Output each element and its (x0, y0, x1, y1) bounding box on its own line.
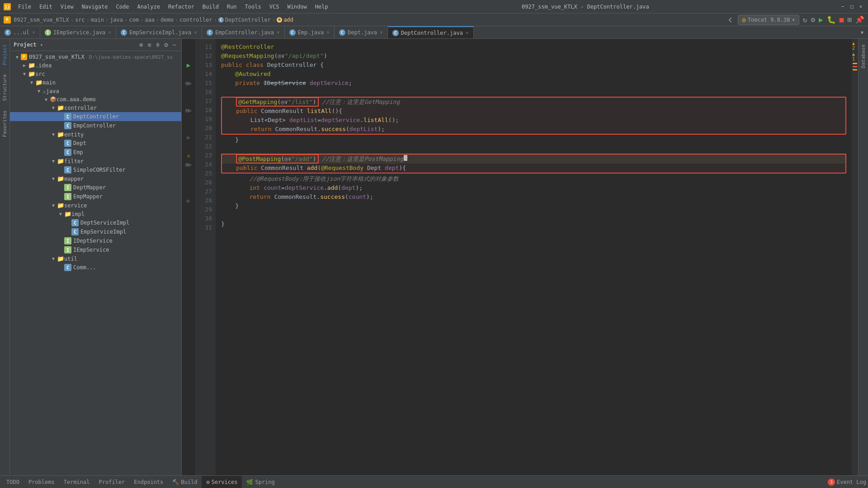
tab-iempservice[interactable]: I IEmpService.java × (40, 26, 116, 39)
tree-ideptservice[interactable]: I IDeptService (10, 236, 181, 245)
tool-tab-todo[interactable]: TODO (2, 476, 24, 488)
tree-idea[interactable]: ▶ 📁 .idea (10, 61, 181, 70)
menu-run[interactable]: Run (223, 3, 241, 11)
expand-icon-18[interactable]: ▷ (189, 108, 192, 113)
sidebar-settings-btn[interactable]: ⚙ (163, 41, 169, 49)
expand-icon-15[interactable]: ▷ (189, 80, 192, 86)
sidebar-collapse-btn[interactable]: ≑ (155, 41, 161, 49)
code-area[interactable]: @RestController @RequestMapping(◎∨"/api/… (216, 39, 852, 475)
tree-controller-folder[interactable]: ▼ 📁 controller (10, 103, 181, 112)
expand-icon-24[interactable]: ▷ (189, 162, 192, 168)
stop-icon[interactable]: ■ (840, 15, 844, 24)
menu-code[interactable]: Code (113, 3, 133, 11)
breadcrumb-controller[interactable]: controller (179, 17, 212, 23)
menu-refactor[interactable]: Refactor (165, 3, 198, 11)
tab-empcontroller[interactable]: C EmpController.java × (202, 26, 285, 39)
sidebar-expand-btn[interactable]: ≡ (146, 41, 152, 49)
tree-util-folder[interactable]: ▼ 📁 util (10, 254, 181, 263)
tree-commonresult[interactable]: C Comm... (10, 263, 181, 272)
run-gutter-icon[interactable]: ▶ (187, 61, 190, 69)
tab-close-deptcontroller[interactable]: × (466, 30, 469, 36)
breadcrumb-class[interactable]: C DeptController (218, 16, 271, 23)
tab-ul[interactable]: C ...ul × (0, 26, 40, 39)
tree-dept[interactable]: C Dept (10, 139, 181, 148)
tab-close-emp[interactable]: × (326, 29, 330, 35)
tree-simplecorsfilter[interactable]: C SimpleCORSFilter (10, 165, 181, 174)
minimize-button[interactable]: − (839, 3, 846, 10)
impl-gutter-icon-24[interactable]: ◎ (185, 161, 189, 168)
tree-java[interactable]: ▼ ☕ java (10, 87, 181, 95)
tree-empmapper[interactable]: I EmpMapper (10, 192, 181, 201)
sidebar-hide-btn[interactable]: − (171, 41, 178, 49)
vtab-database[interactable]: Database (859, 41, 868, 72)
menu-navigate[interactable]: Navigate (78, 3, 112, 11)
tree-mapper-folder[interactable]: ▼ 📁 mapper (10, 174, 181, 183)
close-button[interactable]: × (857, 3, 864, 10)
more-icon[interactable]: ⊞ (847, 15, 852, 24)
maximize-button[interactable]: □ (848, 3, 855, 10)
tree-impl-folder[interactable]: ▼ 📁 impl (10, 210, 181, 218)
tool-tab-endpoints[interactable]: Endpoints (129, 476, 168, 488)
tree-emp[interactable]: C Emp (10, 148, 181, 157)
tool-tab-terminal[interactable]: Terminal (59, 476, 94, 488)
tab-deptcontroller[interactable]: C DeptController.java × (388, 26, 474, 39)
sidebar-locate-btn[interactable]: ⊕ (138, 41, 144, 49)
breadcrumb-src[interactable]: src (75, 17, 85, 23)
menu-file[interactable]: File (14, 3, 35, 11)
tool-tab-problems[interactable]: Problems (24, 476, 59, 488)
tree-project-root[interactable]: ▼ P 0927_ssm_vue_KTLX D:\java-baties-spa… (10, 53, 181, 61)
breadcrumb-java[interactable]: java (110, 17, 123, 23)
run-icon[interactable]: ▶ (819, 15, 823, 24)
tab-close-empserviceimpl[interactable]: × (194, 29, 197, 35)
breadcrumb-project[interactable]: 0927_ssm_vue_KTLX (14, 17, 69, 23)
menu-analyze[interactable]: Analyze (133, 3, 164, 11)
tool-tab-spring[interactable]: 🌿 Spring (242, 476, 279, 488)
impl-gutter-icon-18[interactable]: ◎ (185, 107, 189, 113)
menu-tools[interactable]: Tools (241, 3, 265, 11)
event-log-btn[interactable]: Event Log (837, 479, 866, 485)
tab-close-ul[interactable]: × (32, 29, 35, 35)
tree-empserviceimpl[interactable]: C EmpServiceImpl (10, 227, 181, 236)
tab-dept[interactable]: C Dept.java × (335, 26, 388, 39)
impl-gutter-icon-15[interactable]: ◎ (185, 80, 189, 86)
tab-empserviceimpl[interactable]: C EmpServiceImpl.java × (116, 26, 202, 39)
tab-emp[interactable]: C Emp.java × (285, 26, 335, 39)
vtab-project[interactable]: Project (0, 41, 9, 69)
breadcrumb-com[interactable]: com (129, 17, 139, 23)
code-editor[interactable]: ▶ ◎ ▷ ◎ ▷ ▷ ⚠ ◎ ▷ (182, 39, 858, 475)
tab-close-empcontroller[interactable]: × (277, 29, 280, 35)
tree-pkg-com[interactable]: ▼ 📦 com.aaa.demo (10, 95, 181, 103)
tree-filter-folder[interactable]: ▼ 📁 filter (10, 157, 181, 165)
tree-deptmapper[interactable]: I DeptMapper (10, 183, 181, 192)
tab-close-dept[interactable]: × (380, 29, 383, 35)
menu-vcs[interactable]: VCS (266, 3, 283, 11)
back-icon[interactable] (727, 16, 734, 23)
fold-icon-28[interactable]: ▷ (187, 198, 190, 204)
menu-view[interactable]: View (57, 3, 77, 11)
tree-deptserviceimpl[interactable]: C DeptServiceImpl (10, 218, 181, 227)
tool-tab-services[interactable]: ⚙ Services (202, 476, 242, 488)
vtab-favorites[interactable]: Favorites (0, 107, 9, 141)
vtab-structure[interactable]: Structure (0, 70, 9, 105)
tab-close-iempservice[interactable]: × (108, 29, 111, 35)
breadcrumb-aaa[interactable]: aaa (145, 17, 155, 23)
tool-tab-build[interactable]: 🔨 Build (168, 476, 202, 488)
tree-main[interactable]: ▼ 📁 main (10, 78, 181, 87)
menu-build[interactable]: Build (199, 3, 222, 11)
tool-tab-profiler[interactable]: Profiler (94, 476, 130, 488)
pin-icon[interactable]: 📌 (855, 15, 864, 24)
tree-src[interactable]: ▼ 📁 src (10, 70, 181, 78)
build-icon[interactable]: ⚙ (811, 15, 815, 24)
tree-deptcontroller[interactable]: C DeptController (10, 112, 181, 121)
menu-window[interactable]: Window (283, 3, 310, 11)
tomcat-run-btn[interactable]: ⚙ Tomcat 9.0.38 ▾ (738, 15, 799, 25)
menu-help[interactable]: Help (311, 3, 332, 11)
tree-empcontroller[interactable]: C EmpController (10, 121, 181, 130)
tab-overflow[interactable]: ▾ (860, 28, 868, 37)
fold-icon-21[interactable]: ▷ (187, 135, 190, 141)
breadcrumb-main[interactable]: main (91, 17, 104, 23)
breadcrumb-demo[interactable]: demo (160, 17, 174, 23)
breadcrumb-method[interactable]: m add (277, 17, 293, 23)
sidebar-title-dropdown[interactable]: ▾ (40, 42, 43, 48)
tree-iempservice[interactable]: I IEmpService (10, 245, 181, 254)
